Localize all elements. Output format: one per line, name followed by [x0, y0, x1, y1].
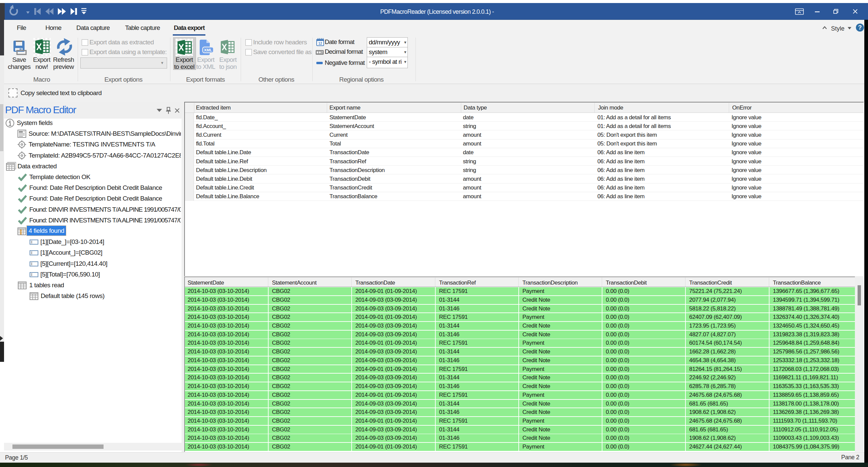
svg-text:12: 12 — [318, 42, 322, 45]
svg-text:XML: XML — [204, 48, 212, 52]
